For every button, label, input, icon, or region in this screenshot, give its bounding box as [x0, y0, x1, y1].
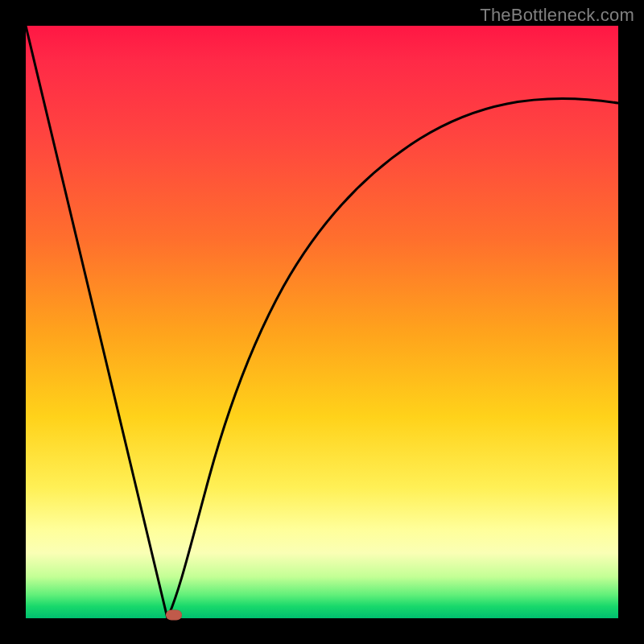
chart-frame: TheBottleneck.com [0, 0, 644, 644]
curve-left-segment [26, 26, 167, 618]
bottleneck-curve [26, 26, 618, 618]
attribution-label: TheBottleneck.com [480, 5, 634, 26]
optimum-marker [166, 610, 182, 621]
plot-area [26, 26, 618, 618]
curve-right-segment [167, 98, 618, 618]
